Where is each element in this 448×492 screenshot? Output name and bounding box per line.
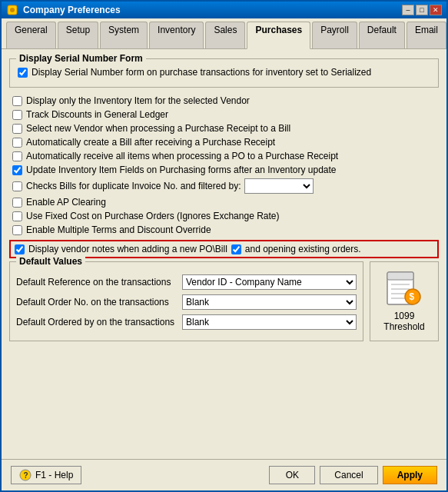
svg-point-1 — [10, 8, 15, 12]
vendor-notes-checkbox[interactable] — [15, 244, 25, 254]
checkbox-row-3: Select new Vendor when processing a Purc… — [12, 121, 436, 135]
tab-general[interactable]: General — [6, 22, 56, 48]
tab-purchases[interactable]: Purchases — [247, 22, 310, 49]
checkbox-label-3: Select new Vendor when processing a Purc… — [26, 123, 290, 134]
footer-buttons: OK Cancel Apply — [269, 466, 437, 484]
default-values-label: Default Values — [16, 256, 85, 267]
checkbox-label-10: Enable Multiple Terms and Discount Overr… — [26, 224, 211, 235]
checkbox-label-4: Automatically create a Bill after receiv… — [26, 137, 275, 148]
close-button[interactable]: ✕ — [430, 5, 442, 15]
checkbox-row-9: Use Fixed Cost on Purchase Orders (Ignor… — [12, 209, 436, 223]
default-ordered-by-select[interactable]: Blank Auto — [182, 314, 357, 330]
help-label: F1 - Help — [35, 470, 73, 480]
checkbox-2[interactable] — [12, 110, 22, 120]
existing-orders-checkbox[interactable] — [231, 244, 241, 254]
checkbox-row-4: Automatically create a Bill after receiv… — [12, 135, 436, 149]
checkbox-8[interactable] — [12, 198, 22, 208]
minimize-button[interactable]: – — [402, 5, 414, 15]
tab-email[interactable]: Email — [407, 22, 446, 48]
window-title: Company Preferences — [23, 5, 402, 15]
titlebar-buttons: – □ ✕ — [402, 5, 442, 15]
vendor-notes-label: Display vendor notes when adding a new P… — [28, 244, 227, 254]
help-button[interactable]: ? F1 - Help — [11, 466, 81, 484]
tab-setup[interactable]: Setup — [58, 22, 98, 48]
serial-number-group: Display Serial Number Form Display Seria… — [9, 58, 439, 88]
checkbox-row-1: Display only the Inventory Item for the … — [12, 94, 436, 108]
default-values-section: Default Values Default Reference on the … — [9, 261, 439, 341]
tabs-bar: General Setup System Inventory Sales Pur… — [2, 18, 446, 49]
default-order-row: Default Order No. on the transactions Bl… — [16, 294, 357, 310]
threshold-icon[interactable]: $ — [383, 271, 425, 308]
checkbox-label-6: Update Inventory Item Fields on Purchasi… — [26, 165, 337, 175]
checkbox-label-1: Display only the Inventory Item for the … — [26, 95, 250, 106]
checkbox-10[interactable] — [12, 225, 22, 235]
checkbox-row-8: Enable AP Clearing — [12, 195, 436, 209]
duplicate-filter-select[interactable] — [244, 178, 314, 194]
serial-number-group-label: Display Serial Number Form — [16, 53, 146, 64]
checkbox-label-2: Track Discounts in General Ledger — [26, 109, 168, 120]
checkbox-row-10: Enable Multiple Terms and Discount Overr… — [12, 223, 436, 237]
checkbox-row-5: Automatically receive all items when pro… — [12, 149, 436, 163]
svg-text:$: $ — [410, 291, 415, 302]
checkbox-5[interactable] — [12, 151, 22, 161]
svg-rect-3 — [387, 272, 413, 280]
serial-number-checkbox-row: Display Serial Number form on purchase t… — [18, 64, 430, 79]
footer: ? F1 - Help OK Cancel Apply — [2, 459, 446, 490]
checkbox-row-6: Update Inventory Item Fields on Purchasi… — [12, 163, 436, 177]
default-order-label: Default Order No. on the transactions — [16, 297, 178, 308]
default-reference-label: Default Reference on the transactions — [16, 277, 178, 288]
window-icon — [6, 4, 18, 16]
existing-orders-label: and opening existing orders. — [245, 244, 361, 254]
tab-default[interactable]: Default — [359, 22, 405, 48]
checkbox-9[interactable] — [12, 211, 22, 221]
cancel-button[interactable]: Cancel — [320, 466, 377, 484]
tab-inventory[interactable]: Inventory — [149, 22, 204, 48]
main-window: Company Preferences – □ ✕ General Setup … — [0, 0, 448, 492]
checkbox-row-2: Track Discounts in General Ledger — [12, 108, 436, 121]
default-ordered-by-label: Default Ordered by on the transactions — [16, 317, 178, 327]
titlebar: Company Preferences – □ ✕ — [2, 2, 446, 18]
threshold-box[interactable]: $ 1099 Threshold — [370, 261, 439, 341]
threshold-label: 1099 Threshold — [377, 311, 432, 332]
serial-number-checkbox-label: Display Serial Number form on purchase t… — [32, 67, 371, 78]
serial-number-checkbox[interactable] — [18, 68, 28, 78]
checkbox-row-7: Checks Bills for duplicate Invoice No. a… — [12, 177, 436, 195]
checkbox-7[interactable] — [12, 181, 22, 191]
content-area: Display Serial Number Form Display Seria… — [2, 49, 446, 459]
checkbox-label-8: Enable AP Clearing — [26, 197, 106, 208]
checkboxes-section: Display only the Inventory Item for the … — [9, 94, 439, 237]
default-ordered-by-row: Default Ordered by on the transactions B… — [16, 314, 357, 330]
default-values-group: Default Values Default Reference on the … — [9, 261, 363, 341]
checkbox-4[interactable] — [12, 138, 22, 148]
maximize-button[interactable]: □ — [416, 5, 428, 15]
default-order-select[interactable]: Blank Auto — [182, 294, 357, 310]
ok-button[interactable]: OK — [269, 466, 315, 484]
checkbox-label-7: Checks Bills for duplicate Invoice No. a… — [26, 181, 241, 191]
default-reference-row: Default Reference on the transactions Ve… — [16, 274, 357, 290]
tab-sales[interactable]: Sales — [205, 22, 245, 48]
help-icon: ? — [19, 469, 32, 481]
checkbox-6[interactable] — [12, 165, 22, 175]
checkbox-label-5: Automatically receive all items when pro… — [26, 151, 338, 161]
checkbox-3[interactable] — [12, 124, 22, 134]
tab-system[interactable]: System — [100, 22, 148, 48]
checkbox-1[interactable] — [12, 96, 22, 106]
default-reference-select[interactable]: Vendor ID - Company Name Vendor Name Non… — [182, 274, 357, 290]
checkbox-label-9: Use Fixed Cost on Purchase Orders (Ignor… — [26, 211, 279, 221]
svg-text:?: ? — [24, 471, 28, 480]
apply-button[interactable]: Apply — [383, 466, 437, 484]
tab-payroll[interactable]: Payroll — [312, 22, 357, 48]
